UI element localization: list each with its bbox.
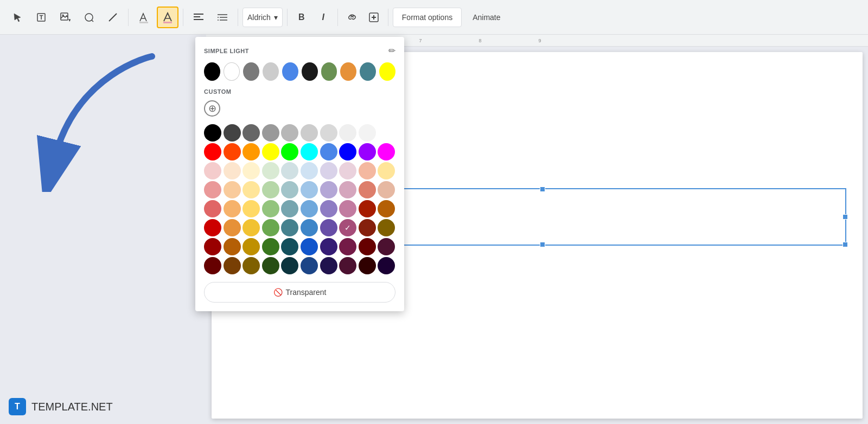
grid-color-swatch-47[interactable] [339,200,356,217]
grid-color-swatch-67[interactable] [339,238,356,255]
grid-color-swatch-5[interactable] [301,124,318,142]
text-color-button[interactable] [157,7,178,28]
list-button[interactable] [212,7,233,28]
grid-color-swatch-7[interactable] [339,124,356,142]
grid-color-swatch-46[interactable] [320,200,337,217]
simple-color-swatch-6[interactable] [321,62,337,81]
italic-button[interactable]: I [314,8,333,27]
grid-color-swatch-71[interactable] [224,257,241,274]
simple-color-swatch-1[interactable] [224,62,240,81]
grid-color-swatch-77[interactable] [339,257,356,274]
grid-color-swatch-79[interactable] [378,257,395,274]
grid-color-swatch-29[interactable] [378,162,395,179]
grid-color-swatch-44[interactable] [281,200,298,217]
grid-color-swatch-56[interactable] [320,219,337,236]
grid-color-swatch-40[interactable] [204,200,221,217]
grid-color-swatch-35[interactable] [301,181,318,198]
grid-color-swatch-2[interactable] [242,124,260,142]
grid-color-swatch-6[interactable] [320,124,337,142]
grid-color-swatch-63[interactable] [262,238,279,255]
format-options-button[interactable]: Format options [393,8,462,27]
grid-color-swatch-12[interactable] [242,143,260,160]
handle-right-center[interactable] [843,214,848,220]
animate-button[interactable]: Animate [464,8,509,27]
grid-color-swatch-20[interactable] [204,162,221,179]
grid-color-swatch-0[interactable] [204,124,221,142]
image-tool-button[interactable]: ▾ [54,7,76,28]
handle-top-center[interactable] [540,187,545,192]
handle-bottom-right[interactable] [843,242,848,247]
grid-color-swatch-59[interactable] [378,219,395,236]
simple-color-swatch-8[interactable] [360,62,376,81]
simple-color-swatch-9[interactable] [379,62,395,81]
grid-color-swatch-1[interactable] [224,124,241,142]
grid-color-swatch-61[interactable] [224,238,241,255]
grid-color-swatch-13[interactable] [262,143,279,160]
simple-color-swatch-0[interactable] [204,62,220,81]
grid-color-swatch-65[interactable] [301,238,318,255]
grid-color-swatch-55[interactable] [301,219,318,236]
grid-color-swatch-9[interactable] [378,124,395,142]
grid-color-swatch-22[interactable] [242,162,260,179]
grid-color-swatch-76[interactable] [320,257,337,274]
grid-color-swatch-62[interactable] [242,238,260,255]
grid-color-swatch-10[interactable] [204,143,221,160]
grid-color-swatch-25[interactable] [301,162,318,179]
grid-color-swatch-51[interactable] [224,219,241,236]
grid-color-swatch-43[interactable] [262,200,279,217]
grid-color-swatch-37[interactable] [339,181,356,198]
add-custom-color-button[interactable]: ⊕ [204,100,220,117]
grid-color-swatch-30[interactable] [204,181,221,198]
grid-color-swatch-16[interactable] [320,143,337,160]
transparent-button[interactable]: 🚫 Transparent [204,282,395,303]
grid-color-swatch-39[interactable] [378,181,395,198]
simple-color-swatch-4[interactable] [282,62,298,81]
grid-color-swatch-23[interactable] [262,162,279,179]
simple-color-swatch-2[interactable] [243,62,259,81]
grid-color-swatch-64[interactable] [281,238,298,255]
grid-color-swatch-32[interactable] [242,181,260,198]
bold-button[interactable]: B [292,8,311,27]
grid-color-swatch-31[interactable] [224,181,241,198]
grid-color-swatch-54[interactable] [281,219,298,236]
shape-tool-button[interactable] [78,7,100,28]
line-tool-button[interactable] [102,7,124,28]
grid-color-swatch-78[interactable] [359,257,376,274]
grid-color-swatch-73[interactable] [262,257,279,274]
fill-color-button[interactable] [133,7,155,28]
grid-color-swatch-3[interactable] [262,124,279,142]
grid-color-swatch-75[interactable] [301,257,318,274]
grid-color-swatch-50[interactable] [204,219,221,236]
grid-color-swatch-14[interactable] [281,143,298,160]
grid-color-swatch-72[interactable] [242,257,260,274]
grid-color-swatch-57[interactable] [339,219,356,236]
grid-color-swatch-70[interactable] [204,257,221,274]
grid-color-swatch-8[interactable] [359,124,376,142]
grid-color-swatch-58[interactable] [359,219,376,236]
align-left-button[interactable] [188,7,209,28]
select-tool-button[interactable] [7,7,28,28]
grid-color-swatch-60[interactable] [204,238,221,255]
text-tool-button[interactable]: T [30,7,52,28]
grid-color-swatch-26[interactable] [320,162,337,179]
edit-icon[interactable]: ✏ [388,46,395,56]
grid-color-swatch-38[interactable] [359,181,376,198]
grid-color-swatch-28[interactable] [359,162,376,179]
grid-color-swatch-15[interactable] [301,143,318,160]
grid-color-swatch-21[interactable] [224,162,241,179]
grid-color-swatch-42[interactable] [242,200,260,217]
simple-color-swatch-3[interactable] [263,62,279,81]
grid-color-swatch-74[interactable] [281,257,298,274]
grid-color-swatch-18[interactable] [359,143,376,160]
grid-color-swatch-69[interactable] [378,238,395,255]
grid-color-swatch-66[interactable] [320,238,337,255]
handle-bottom-center[interactable] [540,242,545,247]
grid-color-swatch-24[interactable] [281,162,298,179]
simple-color-swatch-5[interactable] [302,62,318,81]
grid-color-swatch-27[interactable] [339,162,356,179]
grid-color-swatch-34[interactable] [281,181,298,198]
grid-color-swatch-45[interactable] [301,200,318,217]
grid-color-swatch-11[interactable] [224,143,241,160]
grid-color-swatch-48[interactable] [359,200,376,217]
grid-color-swatch-17[interactable] [339,143,356,160]
